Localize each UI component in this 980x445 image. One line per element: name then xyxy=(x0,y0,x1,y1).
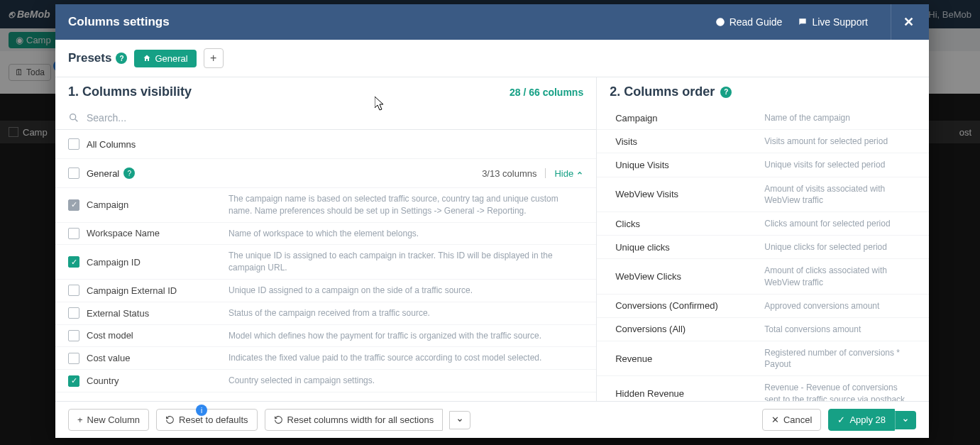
column-checkbox[interactable] xyxy=(68,353,79,364)
order-row[interactable]: CampaignName of the campaign xyxy=(597,106,929,130)
order-scroll[interactable]: CampaignName of the campaignVisitsVisits… xyxy=(597,106,929,401)
visibility-scroll[interactable]: All Columns General ? 3/13 columns Hide xyxy=(55,130,596,401)
presets-bar: Presets ? General + xyxy=(55,40,929,77)
chat-icon xyxy=(798,17,808,27)
group-general-checkbox[interactable] xyxy=(68,167,79,179)
group-general-label: General ? xyxy=(87,167,229,179)
visibility-row: Cost valueIndicates the fixed value paid… xyxy=(55,347,596,370)
svg-point-0 xyxy=(716,18,725,26)
order-row[interactable]: Unique VisitsUnique visits for selected … xyxy=(597,153,929,177)
reset-width-dropdown[interactable] xyxy=(449,411,470,429)
hide-toggle[interactable]: Hide xyxy=(554,168,583,179)
order-column-description: Clicks amount for selected period xyxy=(764,218,915,229)
column-label: Country xyxy=(87,375,229,386)
order-row[interactable]: ClicksClicks amount for selected period xyxy=(597,212,929,236)
search-icon xyxy=(68,112,79,123)
order-row[interactable]: Conversions (Confirmed)Approved conversi… xyxy=(597,295,929,318)
book-icon xyxy=(715,17,725,27)
order-row[interactable]: Conversions (All)Total conversions amoun… xyxy=(597,318,929,341)
visibility-row: CampaignThe campaign name is based on se… xyxy=(55,188,596,223)
modal-footer: + New Column i Reset to defaults Reset c… xyxy=(55,401,929,438)
order-row[interactable]: VisitsVisits amount for selected period xyxy=(597,130,929,153)
modal-header: Columns settings Read Guide Live Support… xyxy=(55,4,929,40)
visibility-row: Workspace NameName of workspace to which… xyxy=(55,223,596,246)
all-columns-label: All Columns xyxy=(87,139,229,150)
reset-width-button[interactable]: Reset columns width for all sections xyxy=(265,409,444,431)
columns-settings-modal: Columns settings Read Guide Live Support… xyxy=(55,4,929,438)
order-column-description: Amount of visits associated with WebView… xyxy=(764,183,915,206)
order-column-name: WebView Visits xyxy=(615,189,750,199)
check-icon: ✓ xyxy=(837,414,845,425)
order-column-name: Campaign xyxy=(615,113,750,123)
refresh-icon xyxy=(274,415,283,424)
all-columns-checkbox[interactable] xyxy=(68,138,79,150)
order-row[interactable]: WebView ClicksAmount of clicks associate… xyxy=(597,259,929,294)
column-description: Model which defines how the payment for … xyxy=(229,330,583,342)
columns-order-panel: 2. Columns order ? CampaignName of the c… xyxy=(597,77,929,401)
visibility-row: Campaign External IDUnique ID assigned t… xyxy=(55,280,596,302)
order-column-name: WebView Clicks xyxy=(615,271,750,282)
group-count: 3/13 columns xyxy=(482,168,536,179)
order-row[interactable]: Hidden RevenueRevenue - Revenue of conve… xyxy=(597,376,929,401)
order-column-name: Hidden Revenue xyxy=(615,388,750,399)
column-label: Workspace Name xyxy=(87,228,229,238)
apply-button[interactable]: ✓ Apply 28 xyxy=(828,409,895,431)
column-checkbox xyxy=(68,199,79,211)
column-description: Unique ID assigned to a campaign on the … xyxy=(229,285,583,297)
visibility-row: Campaign IDThe unique ID is assigned to … xyxy=(55,245,596,280)
column-label: Campaign xyxy=(87,199,229,210)
order-column-name: Visits xyxy=(615,136,750,147)
column-description: Status of the campaign received from a t… xyxy=(229,307,583,319)
cancel-button[interactable]: ✕ Cancel xyxy=(762,409,821,431)
order-column-description: Revenue - Revenue of conversions sent to… xyxy=(764,382,915,401)
column-checkbox[interactable] xyxy=(68,330,79,341)
column-label: Cost model xyxy=(87,330,229,341)
svg-line-2 xyxy=(75,119,77,121)
order-column-name: Conversions (All) xyxy=(615,324,750,334)
help-icon[interactable]: ? xyxy=(116,53,127,64)
plus-icon: + xyxy=(77,414,83,425)
order-column-description: Unique clicks for selected period xyxy=(764,241,915,253)
column-description: The campaign name is based on selected t… xyxy=(229,193,583,217)
column-label: External Status xyxy=(87,308,229,319)
order-column-description: Total conversions amount xyxy=(764,324,915,335)
column-description: Indicates the fixed value paid to the tr… xyxy=(229,352,583,364)
order-row[interactable]: WebView VisitsAmount of visits associate… xyxy=(597,177,929,212)
svg-point-1 xyxy=(70,114,76,120)
columns-visibility-panel: 1. Columns visibility 28 / 66 columns Al… xyxy=(55,77,597,401)
help-icon[interactable]: ? xyxy=(720,87,732,98)
refresh-icon xyxy=(165,415,175,424)
live-support-link[interactable]: Live Support xyxy=(798,16,868,28)
close-button[interactable]: ✕ xyxy=(891,4,916,40)
column-checkbox[interactable] xyxy=(68,285,79,296)
preset-general-chip[interactable]: General xyxy=(134,50,196,67)
column-label: Campaign ID xyxy=(87,257,229,268)
visibility-count: 28 / 66 columns xyxy=(510,87,583,98)
new-column-button[interactable]: + New Column xyxy=(68,409,149,431)
search-input[interactable] xyxy=(87,112,583,123)
order-column-description: Amount of clicks associated with WebView… xyxy=(764,265,915,287)
column-checkbox[interactable] xyxy=(68,228,79,239)
order-title: 2. Columns order ? xyxy=(610,84,732,99)
order-row[interactable]: Unique clicksUnique clicks for selected … xyxy=(597,236,929,259)
order-column-name: Unique clicks xyxy=(615,242,750,253)
help-icon[interactable]: ? xyxy=(123,167,135,179)
column-checkbox[interactable] xyxy=(68,307,79,319)
add-preset-button[interactable]: + xyxy=(204,48,224,68)
apply-dropdown[interactable] xyxy=(895,411,916,429)
order-column-description: Approved conversions amount xyxy=(764,300,915,312)
modal-title: Columns settings xyxy=(68,15,170,29)
order-row[interactable]: RevenueRegistered number of conversions … xyxy=(597,341,929,376)
order-column-name: Unique Visits xyxy=(615,160,750,170)
order-column-description: Name of the campaign xyxy=(764,112,915,123)
read-guide-link[interactable]: Read Guide xyxy=(715,16,783,28)
presets-label: Presets ? xyxy=(68,51,127,65)
home-icon xyxy=(143,54,151,62)
order-column-name: Revenue xyxy=(615,353,750,364)
close-icon: ✕ xyxy=(771,414,779,425)
column-description: Name of workspace to which the element b… xyxy=(229,228,583,240)
column-checkbox[interactable] xyxy=(68,375,79,387)
column-checkbox[interactable] xyxy=(68,256,79,268)
column-description: The unique ID is assigned to each campai… xyxy=(229,250,583,274)
order-column-name: Conversions (Confirmed) xyxy=(615,300,750,311)
